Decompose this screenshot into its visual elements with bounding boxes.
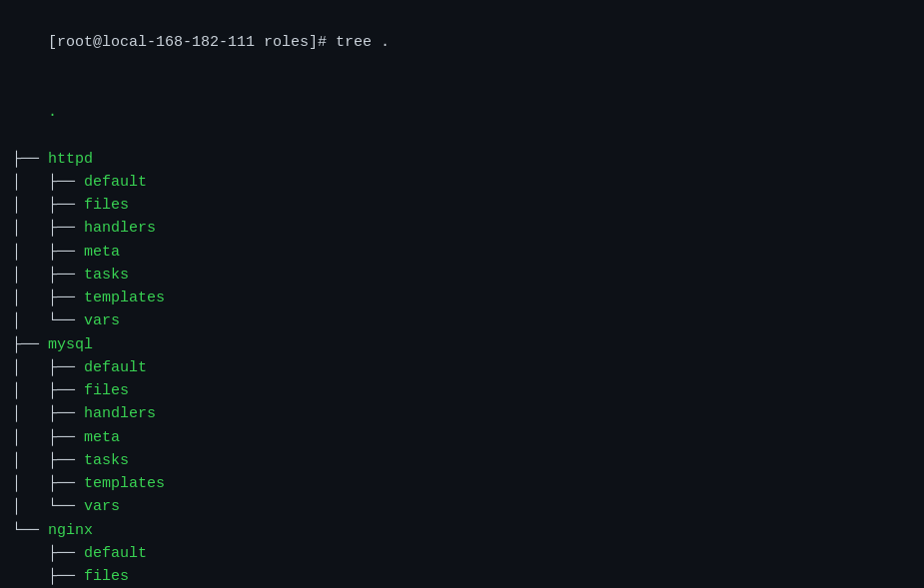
tree-item: │ ├── tasks — [12, 449, 912, 472]
root-dot: . — [48, 104, 57, 121]
tree-item: │ ├── default — [12, 356, 912, 379]
dot-line: . — [12, 78, 912, 148]
tree-dir-name: httpd — [48, 151, 93, 168]
tree-indent: │ ├── — [12, 429, 84, 446]
tree-item: │ └── vars — [12, 309, 912, 332]
tree-indent: │ └── — [12, 312, 84, 329]
tree-indent: │ ├── — [12, 475, 84, 492]
tree-dir-name: default — [84, 174, 147, 191]
prompt-text: [root@local-168-182-111 roles]# tree . — [48, 34, 390, 51]
tree-indent: │ ├── — [12, 452, 84, 469]
tree-item: │ ├── templates — [12, 472, 912, 495]
tree-dir-name: tasks — [84, 452, 129, 469]
tree-dir-name: tasks — [84, 267, 129, 284]
tree-indent: ├── — [12, 336, 48, 353]
tree-indent: ├── — [12, 568, 84, 585]
tree-indent: │ ├── — [12, 405, 84, 422]
tree-item: │ ├── default — [12, 171, 912, 194]
tree-indent: │ ├── — [12, 359, 84, 376]
tree-dir-name: templates — [84, 475, 165, 492]
tree-indent: │ ├── — [12, 244, 84, 261]
tree-item: │ ├── files — [12, 379, 912, 402]
tree-indent: │ ├── — [12, 290, 84, 306]
tree-dir-name: files — [84, 568, 129, 585]
tree-item: │ └── vars — [12, 495, 912, 518]
tree-item: │ ├── handlers — [12, 402, 912, 425]
tree-dir-name: files — [84, 382, 129, 399]
tree-item: │ ├── files — [12, 194, 912, 217]
tree-indent: │ ├── — [12, 382, 84, 399]
tree-dir-name: nginx — [48, 522, 93, 539]
terminal-window: [root@local-168-182-111 roles]# tree . .… — [12, 8, 912, 580]
tree-indent: │ ├── — [12, 197, 84, 214]
tree-indent: │ ├── — [12, 220, 84, 237]
tree-item: │ ├── meta — [12, 241, 912, 264]
tree-indent: │ ├── — [12, 174, 84, 191]
tree-item: ├── files — [12, 565, 912, 588]
tree-item: │ ├── tasks — [12, 264, 912, 287]
tree-item: └── nginx — [12, 519, 912, 542]
tree-dir-name: default — [84, 545, 147, 562]
tree-indent: │ ├── — [12, 267, 84, 284]
tree-item: │ ├── meta — [12, 426, 912, 449]
tree-dir-name: templates — [84, 290, 165, 306]
tree-dir-name: vars — [84, 498, 120, 515]
tree-item: ├── httpd — [12, 148, 912, 171]
tree-indent: └── — [12, 522, 48, 539]
tree-output: ├── httpd│ ├── default│ ├── files│ ├── h… — [12, 148, 912, 589]
tree-indent: │ └── — [12, 498, 84, 515]
tree-dir-name: handlers — [84, 220, 156, 237]
tree-item: │ ├── handlers — [12, 217, 912, 240]
tree-indent: ├── — [12, 545, 84, 562]
tree-dir-name: mysql — [48, 336, 93, 353]
tree-dir-name: meta — [84, 244, 120, 261]
tree-item: │ ├── templates — [12, 287, 912, 309]
tree-dir-name: meta — [84, 429, 120, 446]
tree-dir-name: handlers — [84, 405, 156, 422]
tree-dir-name: files — [84, 197, 129, 214]
tree-dir-name: vars — [84, 312, 120, 329]
tree-dir-name: default — [84, 359, 147, 376]
tree-item: ├── mysql — [12, 333, 912, 356]
tree-item: ├── default — [12, 542, 912, 565]
command-line: [root@local-168-182-111 roles]# tree . — [12, 8, 912, 78]
tree-indent: ├── — [12, 151, 48, 168]
